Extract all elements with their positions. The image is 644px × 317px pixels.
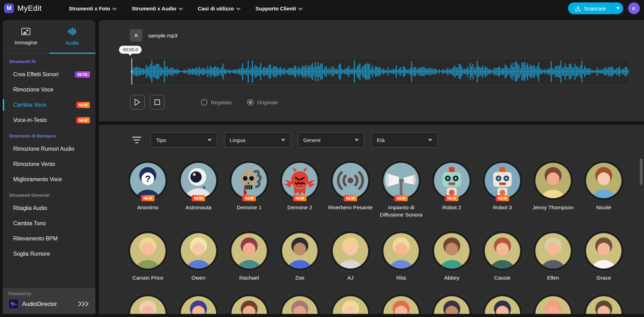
tab-label: Audio xyxy=(66,40,79,46)
voice-nicole[interactable]: Nicole xyxy=(578,163,629,211)
dropdown-tipo[interactable]: Tipo xyxy=(151,132,217,148)
sidebar-item-crea-effetti-sonori[interactable]: Crea Effetti SonoriBETA xyxy=(3,67,95,82)
dropdown-lingua[interactable]: Lingua xyxy=(224,132,291,148)
voice-row: ?NEWAnonimo NEWAstronauta NEWDemone 1 NE… xyxy=(122,163,644,219)
voice-item[interactable] xyxy=(224,296,274,314)
equalizer-icon xyxy=(67,27,77,37)
voice-avatar-image xyxy=(130,296,166,314)
section-title: Strumenti di Restauro xyxy=(3,128,95,141)
playhead-marker[interactable] xyxy=(132,59,132,85)
voice-riverbero-pesante[interactable]: NEWRiverbero Pesante xyxy=(325,163,376,211)
badge-new: NEW xyxy=(445,195,458,201)
close-file-button[interactable]: × xyxy=(130,29,142,42)
play-icon xyxy=(134,98,141,106)
voice-avatar: NEW xyxy=(383,163,419,198)
image-icon xyxy=(21,28,31,36)
myedit-logo[interactable]: M MyEdit xyxy=(4,3,42,13)
voice-item[interactable] xyxy=(376,296,426,314)
voice-carson-price[interactable]: Carson Price xyxy=(122,233,173,282)
voice-astronauta[interactable]: NEWAstronauta xyxy=(173,163,224,211)
voice-abbey[interactable]: Abbey xyxy=(426,233,477,282)
voice-name-label: Impianto di Diffusione Sonora xyxy=(377,204,425,219)
playhead-timestamp: 00:00.0 xyxy=(119,46,142,54)
tab-audio[interactable]: Audio xyxy=(49,20,96,53)
top-navbar: M MyEdit Strumenti x FotoStrumenti x Aud… xyxy=(0,0,644,17)
tab-immagine[interactable]: Immagine xyxy=(3,20,49,53)
chevrons-right-icon[interactable] xyxy=(78,301,90,307)
voice-grid: ?NEWAnonimo NEWAstronauta NEWDemone 1 NE… xyxy=(99,163,644,314)
voice-rita[interactable]: Rita xyxy=(376,233,426,282)
voice-name-label: Zoe xyxy=(295,274,305,282)
voice-name-label: Grace xyxy=(596,274,611,282)
voice-cassie[interactable]: Cassie xyxy=(477,233,528,282)
download-dropdown-button[interactable] xyxy=(612,2,623,14)
sidebar-item-miglioramento-voce[interactable]: Miglioramento Voce xyxy=(3,172,95,187)
waveform-display[interactable] xyxy=(130,58,630,85)
sidebar-item-label: Cambia Tono xyxy=(13,220,46,227)
voice-impianto-di-diffusione-sonora[interactable]: NEWImpianto di Diffusione Sonora xyxy=(376,163,426,219)
voice-grace[interactable]: Grace xyxy=(578,233,629,282)
sidebar-item-ritaglia-audio[interactable]: Ritaglia Audio xyxy=(3,201,95,216)
voice-item[interactable] xyxy=(528,296,578,314)
voice-demone-1[interactable]: NEWDemone 1 xyxy=(224,163,274,211)
sidebar-item-rimozione-voce[interactable]: Rimozione Voce xyxy=(3,82,95,97)
voice-name-label: Jenny Thompson xyxy=(533,204,574,211)
sidebar-item-voce-in-testo[interactable]: Voce-in-TestoNEW xyxy=(3,113,95,128)
sidebar-item-rimozione-rumori-audio[interactable]: Rimozione Rumori Audio xyxy=(3,141,95,157)
user-avatar[interactable]: K xyxy=(628,2,640,14)
voice-item[interactable] xyxy=(426,296,477,314)
voice-name-label: Rita xyxy=(396,274,406,282)
svg-text:?: ? xyxy=(145,174,151,184)
voice-avatar xyxy=(586,163,621,198)
voice-avatar xyxy=(130,296,166,314)
radio-originale[interactable]: Originale xyxy=(247,99,278,106)
voice-aj[interactable]: AJ xyxy=(325,233,376,282)
nav-item-strumenti-x-foto[interactable]: Strumenti x Foto xyxy=(69,6,116,11)
badge-new: NEW xyxy=(242,195,256,201)
voice-ellen[interactable]: Ellen xyxy=(528,233,578,282)
sidebar-item-rilevamento-bpm[interactable]: Rilevamento BPM xyxy=(3,231,95,246)
vertical-scrollbar[interactable] xyxy=(640,159,643,185)
voice-anonimo[interactable]: ?NEWAnonimo xyxy=(122,163,173,211)
voice-item[interactable] xyxy=(173,296,224,314)
voice-demone-2[interactable]: NEWDemone 2 xyxy=(274,163,325,211)
voice-item[interactable] xyxy=(122,296,173,314)
voice-avatar xyxy=(535,296,571,314)
download-button[interactable]: Scaricare xyxy=(568,2,612,14)
dropdown-età[interactable]: Età xyxy=(371,132,438,148)
nav-item-label: Casi di utilizzo xyxy=(198,6,234,11)
sidebar-item-rimozione-vento[interactable]: Rimozione Vento xyxy=(3,157,95,172)
voice-item[interactable] xyxy=(274,296,325,314)
voice-jenny-thompson[interactable]: Jenny Thompson xyxy=(528,163,578,211)
voice-robot-2[interactable]: NEWRobot 2 xyxy=(426,163,477,211)
voice-item[interactable] xyxy=(325,296,376,314)
sidebar-footer[interactable]: Powered by AudioDirector xyxy=(3,288,95,314)
voice-item[interactable] xyxy=(578,296,629,314)
voice-robot-3[interactable]: NEWRobot 3 xyxy=(477,163,528,211)
nav-item-supporto-clienti[interactable]: Supporto Clienti xyxy=(255,6,302,11)
nav-item-casi-di-utilizzo[interactable]: Casi di utilizzo xyxy=(198,6,239,11)
sidebar-item-cambia-voce[interactable]: Cambia VoceNEW xyxy=(3,97,95,113)
play-button[interactable] xyxy=(130,95,145,109)
voice-owen[interactable]: Owen xyxy=(173,233,224,282)
nav-item-strumenti-x-audio[interactable]: Strumenti x Audio xyxy=(132,6,182,11)
caret-down-icon xyxy=(616,7,620,9)
voice-name-label: Abbey xyxy=(444,274,459,282)
nav-menu: Strumenti x FotoStrumenti x AudioCasi di… xyxy=(69,6,302,11)
dropdown-genere[interactable]: Genere xyxy=(298,132,364,148)
sidebar-item-soglia-rumore[interactable]: Soglia Rumore xyxy=(3,246,95,262)
audio-filename: sample.mp3 xyxy=(148,33,177,39)
nav-item-label: Supporto Clienti xyxy=(255,6,296,11)
waveform-graph xyxy=(130,59,629,85)
voice-item[interactable] xyxy=(477,296,528,314)
badge-new: NEW xyxy=(76,117,90,123)
radio-regolato[interactable]: Regolato xyxy=(201,99,232,106)
download-split-button[interactable]: Scaricare xyxy=(568,2,623,14)
voice-rachael[interactable]: Rachael xyxy=(224,233,274,282)
voice-avatar-image xyxy=(333,233,368,268)
stop-button[interactable] xyxy=(150,95,164,109)
voice-zoe[interactable]: Zoe xyxy=(274,233,325,282)
sidebar-item-cambia-tono[interactable]: Cambia Tono xyxy=(3,216,95,231)
filter-icon[interactable] xyxy=(132,136,142,144)
section-title: Strumenti AI xyxy=(3,53,95,67)
